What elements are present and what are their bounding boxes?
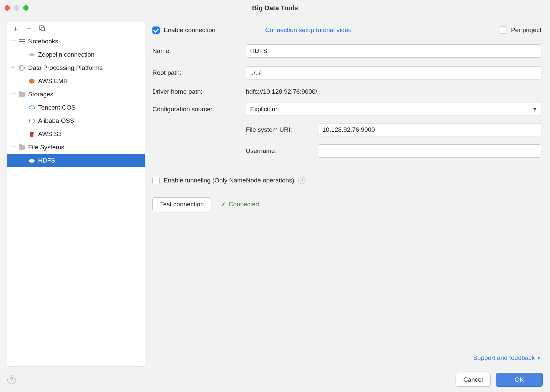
connections-sidebar: ＋ − ﹀ Notebooks Zeppelin connection — [7, 22, 145, 367]
tree-group-label: File Systems — [28, 144, 64, 151]
list-icon — [18, 38, 26, 45]
tree-item-alibaba-oss[interactable]: Alibaba OSS — [7, 114, 145, 127]
hdfs-icon — [28, 157, 35, 164]
tree-group-notebooks[interactable]: ﹀ Notebooks — [7, 35, 145, 48]
tree-item-label: HDFS — [38, 157, 55, 164]
tree-item-label: Zeppelin connection — [38, 51, 94, 58]
check-icon: ✓ — [221, 201, 226, 208]
tutorial-video-link[interactable]: Connection setup tutorial video — [265, 26, 352, 34]
tree-group-filesystems[interactable]: ﹀ File Systems — [7, 141, 145, 154]
aws-emr-icon — [28, 77, 35, 85]
tree-item-aws-s3[interactable]: AWS S3 — [7, 127, 145, 141]
support-feedback-link[interactable]: Support and feedback ▼ — [473, 354, 541, 362]
alibaba-oss-icon — [28, 117, 35, 124]
config-source-select[interactable]: Explicit uri ▼ — [246, 103, 541, 116]
chevron-down-icon: ▼ — [537, 356, 541, 360]
remove-connection-button[interactable]: − — [27, 25, 31, 33]
tree-group-label: Data Processing Platforms — [28, 64, 103, 72]
svg-marker-9 — [29, 78, 34, 84]
name-label: Name: — [152, 47, 246, 55]
dialog-footer: ? Cancel OK — [0, 367, 550, 392]
enable-connection-checkbox[interactable] — [152, 26, 160, 34]
copy-connection-button[interactable] — [39, 25, 45, 33]
enable-connection-label: Enable connection — [164, 26, 215, 34]
tree-item-label: Alibaba OSS — [38, 117, 74, 124]
chevron-down-icon: ﹀ — [11, 144, 16, 150]
add-connection-button[interactable]: ＋ — [12, 25, 20, 33]
username-input[interactable] — [318, 144, 541, 158]
zeppelin-icon — [28, 51, 35, 58]
svg-rect-1 — [41, 27, 45, 31]
help-icon[interactable]: ? — [298, 177, 305, 184]
test-connection-button[interactable]: Test connection — [152, 197, 211, 211]
tree-item-label: AWS EMR — [38, 77, 68, 85]
connections-tree: ﹀ Notebooks Zeppelin connection ﹀ Data P… — [7, 35, 145, 367]
enable-tunneling-checkbox[interactable] — [152, 177, 160, 184]
globe-icon — [18, 64, 26, 72]
per-project-checkbox[interactable] — [500, 26, 507, 34]
tencent-cos-icon — [28, 104, 35, 111]
fs-uri-input[interactable] — [318, 123, 541, 136]
window-title: Big Data Tools — [0, 4, 550, 12]
driver-home-label: Driver home path: — [152, 88, 246, 95]
svg-point-11 — [30, 160, 31, 161]
driver-home-value: hdfs://10.128.92.76:9000/ — [246, 88, 541, 95]
tree-item-tencent-cos[interactable]: Tencent COS — [7, 101, 145, 114]
folder-icon — [18, 144, 26, 151]
tree-item-label: Tencent COS — [38, 104, 76, 111]
chevron-down-icon: ﹀ — [11, 91, 16, 97]
connection-status: ✓ Connected — [221, 201, 259, 208]
tree-group-storages[interactable]: ﹀ Storages — [7, 88, 145, 101]
tree-item-aws-emr[interactable]: AWS EMR — [7, 74, 145, 88]
enable-tunneling-label: Enable tunneling (Only NameNode operatio… — [164, 177, 294, 184]
window-minimize-button — [14, 5, 19, 11]
svg-point-10 — [29, 159, 34, 163]
config-source-value: Explicit uri — [250, 106, 279, 113]
titlebar: Big Data Tools — [0, 0, 550, 16]
cancel-button[interactable]: Cancel — [456, 373, 490, 387]
chevron-down-icon: ﹀ — [11, 65, 16, 71]
dialog-help-button[interactable]: ? — [7, 375, 16, 384]
fs-uri-label: File system URI: — [246, 126, 318, 133]
tree-group-dpp[interactable]: ﹀ Data Processing Platforms — [7, 61, 145, 74]
chevron-down-icon: ▼ — [532, 107, 537, 112]
chevron-down-icon: ﹀ — [11, 38, 16, 44]
username-label: Username: — [246, 147, 318, 155]
folder-storage-icon — [18, 91, 26, 98]
window-zoom-button[interactable] — [23, 5, 28, 11]
root-path-input[interactable] — [246, 66, 541, 79]
aws-s3-icon — [28, 130, 35, 138]
window-close-button[interactable] — [5, 5, 10, 11]
root-path-label: Root path: — [152, 69, 246, 76]
svg-point-12 — [32, 160, 33, 161]
tree-item-hdfs[interactable]: HDFS — [7, 154, 145, 167]
tree-group-label: Storages — [28, 91, 53, 98]
tree-group-label: Notebooks — [28, 38, 58, 45]
ok-button[interactable]: OK — [496, 373, 543, 387]
name-input[interactable] — [246, 44, 541, 58]
per-project-label: Per project — [511, 26, 541, 34]
svg-point-5 — [29, 53, 35, 56]
connection-settings-panel: Enable connection Connection setup tutor… — [152, 22, 543, 367]
tree-item-label: AWS S3 — [38, 130, 62, 138]
connection-status-text: Connected — [229, 201, 259, 208]
tree-item-zeppelin[interactable]: Zeppelin connection — [7, 48, 145, 61]
config-source-label: Configuration source: — [152, 106, 246, 113]
